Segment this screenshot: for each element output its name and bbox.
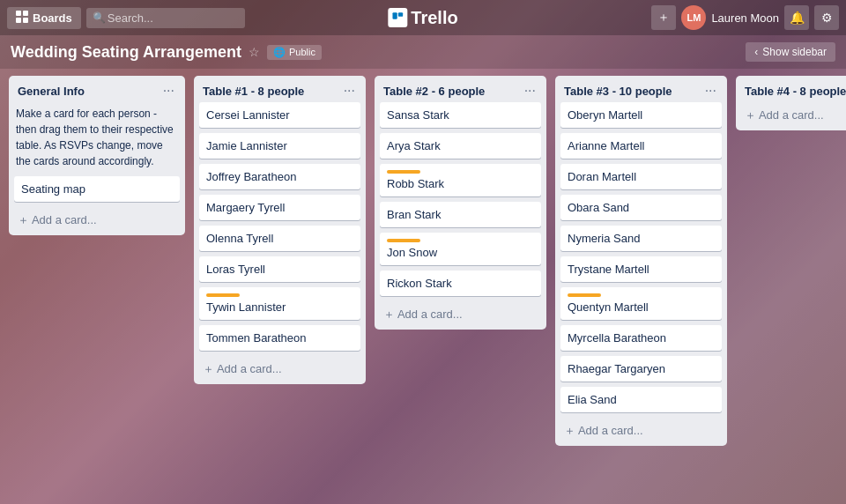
lists-container: General Info ··· Make a card for each pe… (0, 69, 846, 499)
card-seating-map[interactable]: Seating map (14, 176, 180, 202)
add-icon: ＋ (383, 308, 397, 321)
search-input[interactable] (86, 8, 245, 28)
board-title[interactable]: Wedding Seating Arrangement (11, 43, 241, 62)
topbar-left: Boards 🔍 (7, 7, 646, 29)
table-row[interactable]: Olenna Tyrell (199, 226, 360, 251)
gear-icon: ⚙ (821, 11, 833, 25)
add-card-button-table3[interactable]: ＋ Add a card... (555, 418, 727, 446)
topbar: Boards 🔍 Trello ＋ LM Lauren Moon 🔔 (0, 0, 846, 35)
visibility-badge[interactable]: 🌐 Public (267, 45, 322, 60)
table-row[interactable]: Nymeria Sand (560, 226, 722, 251)
topbar-right: ＋ LM Lauren Moon 🔔 ⚙ (651, 5, 839, 30)
svg-rect-5 (398, 12, 403, 17)
add-button[interactable]: ＋ (651, 5, 676, 30)
table-row[interactable]: Jon Snow (380, 233, 541, 265)
show-sidebar-button[interactable]: ‹ Show sidebar (746, 42, 835, 62)
list-table4: Table #4 - 8 people ··· ＋ Add a card... (736, 76, 846, 130)
board-header: Wedding Seating Arrangement ☆ 🌐 Public ‹… (0, 35, 846, 69)
table-row[interactable]: Tommen Baratheon (199, 325, 360, 351)
table-row[interactable]: Oberyn Martell (560, 102, 722, 128)
add-icon: ＋ (203, 362, 217, 375)
table-row[interactable]: Elia Sand (560, 387, 722, 412)
list-menu-button[interactable]: ··· (342, 83, 357, 99)
avatar[interactable]: LM (681, 5, 706, 30)
card-label (568, 293, 601, 297)
card-label (387, 239, 420, 242)
list-table2: Table #2 - 6 people ··· Sansa Stark Arya… (375, 76, 546, 330)
chevron-left-icon: ‹ (754, 46, 758, 58)
add-icon: ＋ (745, 108, 759, 122)
svg-rect-0 (16, 11, 21, 16)
add-card-button-table4[interactable]: ＋ Add a card... (736, 102, 846, 130)
list-table1: Table #1 - 8 people ··· Cersei Lannister… (194, 76, 366, 384)
board-title-area: Wedding Seating Arrangement ☆ 🌐 Public (11, 43, 322, 62)
table-row[interactable]: Trystane Martell (560, 256, 722, 282)
table-row[interactable]: Quentyn Martell (560, 287, 722, 320)
boards-button[interactable]: Boards (7, 7, 81, 29)
settings-button[interactable]: ⚙ (814, 5, 839, 30)
svg-rect-4 (392, 12, 397, 19)
star-icon[interactable]: ☆ (249, 45, 260, 59)
bell-icon: 🔔 (790, 11, 805, 25)
list-title: Table #1 - 8 people (203, 85, 342, 98)
add-icon: ＋ (564, 424, 578, 437)
table-row[interactable]: Jamie Lannister (199, 133, 360, 159)
svg-rect-2 (16, 18, 21, 23)
table-row[interactable]: Myrcella Baratheon (560, 325, 722, 351)
boards-label: Boards (33, 11, 72, 25)
card-label (387, 170, 420, 174)
list-general-info: General Info ··· Make a card for each pe… (9, 76, 185, 235)
list-title: Table #3 - 10 people (564, 85, 703, 98)
table-row[interactable]: Obara Sand (560, 195, 722, 220)
visibility-label: Public (289, 47, 315, 57)
table-row[interactable]: Bran Stark (380, 202, 541, 227)
show-sidebar-label: Show sidebar (762, 46, 827, 58)
table-row[interactable]: Tywin Lannister (199, 287, 360, 320)
table-row[interactable]: Sansa Stark (380, 102, 541, 128)
table-row[interactable]: Rhaegar Targaryen (560, 356, 722, 382)
list-title: Table #4 - 8 people (745, 85, 846, 98)
table-row[interactable]: Margaery Tyrell (199, 195, 360, 220)
list-header: Table #1 - 8 people ··· (194, 76, 366, 102)
table-row[interactable]: Doran Martell (560, 164, 722, 189)
globe-icon: 🌐 (273, 47, 286, 58)
table-row[interactable]: Arya Stark (380, 133, 541, 159)
add-card-button-table2[interactable]: ＋ Add a card... (375, 301, 546, 330)
table-row[interactable]: Joffrey Baratheon (199, 164, 360, 189)
table-row[interactable]: Rickon Stark (380, 271, 541, 296)
list-cards: Oberyn Martell Arianne Martell Doran Mar… (555, 102, 727, 418)
trello-name: Trello (411, 8, 457, 28)
general-info-text: Make a card for each person - then drag … (9, 102, 185, 176)
list-cards: Cersei Lannister Jamie Lannister Joffrey… (194, 102, 366, 356)
card-text: Seating map (21, 182, 85, 196)
add-card-label: Add a card... (32, 213, 97, 226)
trello-logo-icon (388, 8, 407, 27)
user-name: Lauren Moon (711, 11, 779, 25)
add-icon: ＋ (18, 213, 32, 226)
svg-rect-3 (23, 18, 28, 23)
list-header: Table #3 - 10 people ··· (555, 76, 727, 102)
svg-rect-1 (23, 11, 28, 16)
table-row[interactable]: Loras Tyrell (199, 256, 360, 282)
grid-icon (16, 11, 28, 26)
list-header: Table #2 - 6 people ··· (375, 76, 546, 102)
notifications-button[interactable]: 🔔 (784, 5, 809, 30)
trello-logo: Trello (388, 8, 457, 28)
table-row[interactable]: Arianne Martell (560, 133, 722, 159)
table-row[interactable]: Cersei Lannister (199, 102, 360, 128)
card-label (206, 293, 240, 297)
list-menu-button[interactable]: ··· (703, 83, 718, 99)
list-table3: Table #3 - 10 people ··· Oberyn Martell … (555, 76, 727, 446)
list-title: Table #2 - 6 people (383, 85, 523, 98)
list-cards: Sansa Stark Arya Stark Robb Stark Bran S… (375, 102, 546, 301)
list-menu-button[interactable]: ··· (161, 83, 176, 99)
table-row[interactable]: Robb Stark (380, 164, 541, 196)
list-header: General Info ··· (9, 76, 185, 102)
list-title: General Info (18, 85, 161, 98)
add-card-button-table1[interactable]: ＋ Add a card... (194, 356, 366, 384)
list-header: Table #4 - 8 people ··· (736, 76, 846, 102)
list-menu-button[interactable]: ··· (523, 83, 538, 99)
add-card-button-general[interactable]: ＋ Add a card... (9, 207, 185, 235)
topbar-center: Trello (388, 8, 457, 28)
plus-icon: ＋ (657, 10, 670, 26)
